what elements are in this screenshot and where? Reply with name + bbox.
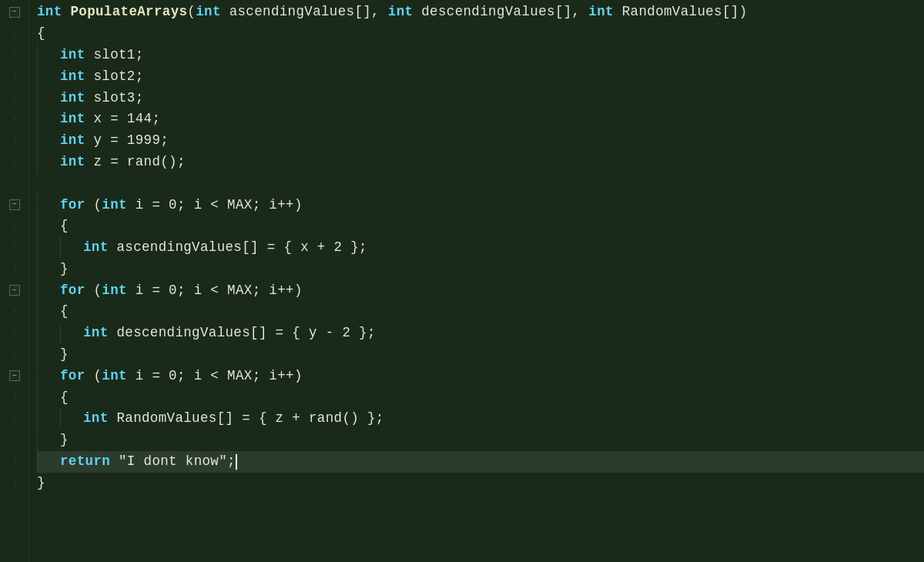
token-plain: }	[37, 473, 45, 493]
token-plain: i = 0; i < MAX; i++)	[136, 366, 303, 386]
line-gutter: −⋮⋮⋮⋮⋮⋮⋮−⋮⋮⋮−⋮⋮⋮−⋮⋮⋮⋮⋮	[0, 0, 29, 562]
code-line-12: int ascendingValues[] = { x + 2 };	[37, 237, 924, 259]
gutter-line-4: ⋮	[0, 65, 28, 87]
code-area[interactable]: int PopulateArrays(int ascendingValues[]…	[29, 0, 924, 562]
code-line-6: int x = 144;	[37, 109, 924, 130]
token-kw: int	[60, 152, 93, 172]
gutter-line-6: ⋮	[0, 109, 28, 130]
code-line-22: return "I dont know";	[37, 451, 924, 473]
gutter-line-5: ⋮	[0, 87, 28, 109]
code-editor: −⋮⋮⋮⋮⋮⋮⋮−⋮⋮⋮−⋮⋮⋮−⋮⋮⋮⋮⋮ int PopulateArray…	[0, 0, 924, 562]
token-kw: int	[60, 88, 93, 109]
token-kw: int	[60, 109, 93, 129]
token-kw: int	[83, 323, 116, 343]
gutter-line-7: ⋮	[0, 130, 28, 152]
gutter-line-10: −	[0, 194, 28, 216]
gutter-line-14: −	[0, 279, 28, 301]
token-fn: PopulateArrays	[70, 2, 187, 22]
gutter-line-11: ⋮	[0, 216, 28, 237]
collapse-icon[interactable]: −	[9, 285, 20, 296]
token-plain: y = 1999;	[93, 130, 169, 151]
token-plain: ascendingValues[] = { x + 2 };	[116, 237, 367, 258]
token-plain: descendingValues[],	[421, 2, 588, 22]
gutter-line-16: ⋮	[0, 323, 28, 344]
gutter-line-15: ⋮	[0, 301, 28, 323]
gutter-line-18: −	[0, 366, 28, 387]
token-kw: int	[102, 280, 135, 301]
code-line-8: int z = rand();	[37, 152, 924, 173]
token-plain: RandomValues[])	[622, 2, 748, 22]
token-plain: (	[93, 195, 102, 216]
code-line-9	[37, 172, 924, 194]
token-plain: descendingValues[] = { y - 2 };	[116, 323, 375, 343]
token-kw: for	[60, 195, 93, 216]
token-plain: slot3;	[93, 88, 143, 109]
token-kw: return	[60, 451, 119, 472]
code-line-7: int y = 1999;	[37, 130, 924, 152]
token-kw: int	[388, 2, 421, 22]
token-kw: int	[60, 130, 93, 151]
code-line-23: }	[37, 473, 924, 494]
code-line-5: int slot3;	[37, 87, 924, 109]
code-line-17: }	[37, 344, 924, 366]
gutter-line-20: ⋮	[0, 408, 28, 430]
token-plain: (	[93, 366, 102, 386]
token-plain: {	[60, 216, 69, 236]
token-plain: z = rand();	[93, 152, 185, 172]
gutter-line-3: ⋮	[0, 45, 28, 66]
token-plain: i = 0; i < MAX; i++)	[136, 280, 303, 301]
code-line-4: int slot2;	[37, 65, 924, 87]
token-kw: int	[60, 66, 93, 87]
token-kw: int	[102, 195, 135, 216]
collapse-icon[interactable]: −	[9, 199, 20, 210]
gutter-line-19: ⋮	[0, 386, 28, 408]
gutter-line-2: ⋮	[0, 23, 28, 45]
code-line-2: {	[37, 23, 924, 45]
token-plain: {	[60, 301, 69, 322]
token-kw: for	[60, 366, 93, 386]
token-kw: int	[588, 2, 621, 22]
gutter-line-13: ⋮	[0, 259, 28, 280]
token-plain: x = 144;	[93, 109, 160, 129]
token-plain: ascendingValues[],	[229, 2, 388, 22]
gutter-line-22: ⋮	[0, 451, 28, 473]
text-cursor	[236, 454, 237, 470]
code-line-1: int PopulateArrays(int ascendingValues[]…	[37, 2, 924, 23]
token-plain: "I dont know";	[119, 451, 236, 472]
token-plain: (	[93, 280, 102, 301]
token-plain: }	[60, 344, 69, 365]
code-line-15: {	[37, 301, 924, 323]
token-plain: (	[187, 2, 196, 22]
gutter-line-17: ⋮	[0, 344, 28, 366]
token-plain: {	[37, 23, 45, 44]
token-kw: int	[37, 2, 70, 22]
token-kw: for	[60, 280, 93, 301]
token-plain: }	[60, 259, 69, 279]
gutter-line-21: ⋮	[0, 430, 28, 451]
collapse-icon[interactable]: −	[9, 370, 20, 381]
code-line-19: {	[37, 386, 924, 408]
gutter-line-8: ⋮	[0, 152, 28, 173]
gutter-line-12: ⋮	[0, 237, 28, 259]
token-kw: int	[102, 366, 135, 386]
token-plain: slot1;	[93, 45, 143, 65]
code-line-3: int slot1;	[37, 45, 924, 66]
token-plain: }	[60, 430, 69, 450]
code-line-21: }	[37, 430, 924, 451]
code-line-10: for (int i = 0; i < MAX; i++)	[37, 194, 924, 216]
gutter-line-23: ⋮	[0, 473, 28, 494]
token-kw: int	[60, 45, 93, 65]
collapse-icon[interactable]: −	[9, 7, 20, 18]
token-plain: i = 0; i < MAX; i++)	[136, 195, 303, 216]
code-line-11: {	[37, 216, 924, 237]
gutter-line-1: −	[0, 2, 28, 23]
token-plain: slot2;	[93, 66, 143, 87]
code-line-16: int descendingValues[] = { y - 2 };	[37, 323, 924, 344]
code-line-13: }	[37, 259, 924, 280]
token-kw: int	[83, 237, 116, 258]
token-plain: {	[60, 387, 69, 408]
token-kw: int	[196, 2, 229, 22]
gutter-line-9	[0, 172, 28, 194]
code-line-20: int RandomValues[] = { z + rand() };	[37, 408, 924, 430]
code-line-18: for (int i = 0; i < MAX; i++)	[37, 366, 924, 387]
